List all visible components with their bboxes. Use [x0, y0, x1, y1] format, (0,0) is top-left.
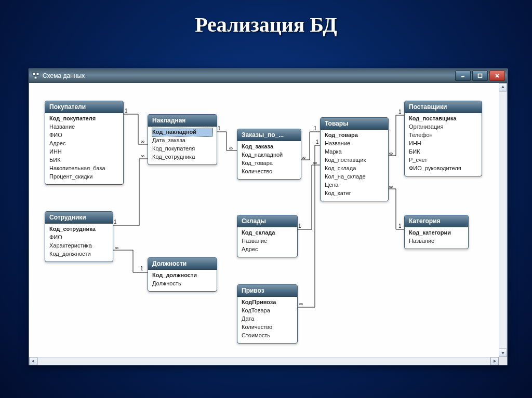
- field[interactable]: ФИО: [49, 131, 119, 140]
- table-privoz[interactable]: Привоз КодПривоза КодТовара Дата Количес…: [237, 284, 298, 344]
- field[interactable]: Код_катег: [325, 189, 384, 198]
- scroll-up-icon[interactable]: [499, 83, 507, 91]
- svg-line-8: [496, 74, 499, 77]
- table-zakazy[interactable]: Заказы_по_... Код_заказа Код_накладной К…: [237, 129, 301, 180]
- field[interactable]: Адрес: [49, 140, 119, 148]
- pk-field[interactable]: Код_покупателя: [49, 115, 119, 123]
- pk-field[interactable]: Код_склада: [242, 229, 293, 237]
- table-sotrudniki[interactable]: Сотрудники Код_сотрудника ФИО Характерис…: [45, 211, 113, 262]
- cardinality-one: 1: [398, 223, 402, 229]
- table-tovary[interactable]: Товары Код_товара Название Марка Код_пос…: [320, 117, 389, 201]
- field[interactable]: Должность: [152, 280, 212, 288]
- table-postavshiki[interactable]: Поставщики Код_поставщика Организация Те…: [404, 101, 482, 176]
- field[interactable]: БИК: [49, 156, 119, 164]
- scroll-track[interactable]: [37, 357, 490, 365]
- field[interactable]: Код_должности: [49, 250, 109, 258]
- field[interactable]: Название: [409, 237, 464, 245]
- pk-field[interactable]: Код_товара: [325, 131, 384, 140]
- cardinality-one: 1: [140, 266, 143, 271]
- field[interactable]: Телефон: [409, 131, 477, 140]
- field[interactable]: Код_склада: [325, 164, 384, 173]
- field[interactable]: ИНН: [49, 148, 119, 156]
- field[interactable]: Название: [49, 123, 119, 131]
- cardinality-one: 1: [314, 126, 317, 131]
- field[interactable]: Код_сотрудника: [152, 153, 212, 161]
- table-dolzhnosti[interactable]: Должности Код_должности Должность: [148, 257, 217, 292]
- pk-field[interactable]: Код_поставщика: [409, 115, 477, 123]
- horizontal-scrollbar[interactable]: [29, 357, 499, 365]
- table-pokupateli[interactable]: Покупатели Код_покупателя Название ФИО А…: [45, 101, 124, 185]
- field[interactable]: Дата_заказа: [152, 136, 212, 145]
- field[interactable]: Код_товара: [242, 159, 297, 168]
- cardinality-many: ∞: [389, 150, 393, 156]
- field[interactable]: Название: [325, 140, 384, 148]
- table-header[interactable]: Покупатели: [45, 101, 123, 113]
- db-diagram-window: Схема данных: [29, 68, 508, 365]
- app-icon: [32, 72, 39, 79]
- field[interactable]: Характеристика: [49, 242, 109, 250]
- pk-field[interactable]: Код_категории: [409, 229, 464, 237]
- table-header[interactable]: Должности: [148, 258, 217, 270]
- pk-field[interactable]: Код_накладной: [152, 128, 212, 136]
- close-button[interactable]: [489, 71, 505, 81]
- diagram-canvas[interactable]: 1 ∞ 1 ∞ 1 ∞ 1 ∞ 1 ∞ 1 ∞ 1 ∞ 1 ∞ 1 ∞: [29, 83, 499, 357]
- field[interactable]: БИК: [409, 148, 477, 156]
- field[interactable]: Количество: [242, 323, 293, 332]
- pk-field[interactable]: Код_заказа: [242, 143, 297, 151]
- field[interactable]: Количество: [242, 168, 297, 176]
- field[interactable]: Адрес: [242, 245, 293, 254]
- table-sklady[interactable]: Склады Код_склада Название Адрес: [237, 215, 298, 257]
- scroll-right-icon[interactable]: [490, 357, 499, 365]
- cardinality-many: ∞: [389, 184, 393, 189]
- cardinality-many: ∞: [115, 245, 118, 251]
- scrollbar-corner: [499, 357, 507, 365]
- field[interactable]: Р_счет: [409, 156, 477, 164]
- field-list: Код_покупателя Название ФИО Адрес ИНН БИ…: [45, 113, 123, 184]
- field-list: Код_сотрудника ФИО Характеристика Код_до…: [45, 224, 113, 262]
- field[interactable]: Дата: [242, 315, 293, 323]
- field[interactable]: Код_накладной: [242, 151, 297, 159]
- field[interactable]: ФИО_руководителя: [409, 164, 477, 173]
- maximize-button[interactable]: [472, 71, 488, 81]
- pk-field[interactable]: КодПривоза: [242, 298, 293, 307]
- table-header[interactable]: Поставщики: [405, 101, 482, 113]
- table-header[interactable]: Склады: [237, 215, 297, 227]
- scroll-down-icon[interactable]: [499, 349, 507, 357]
- field-list: КодПривоза КодТовара Дата Количество Сто…: [237, 297, 297, 343]
- scroll-left-icon[interactable]: [29, 357, 37, 365]
- field[interactable]: КодТовара: [242, 307, 293, 315]
- scroll-track[interactable]: [499, 91, 507, 349]
- table-header[interactable]: Заказы_по_...: [237, 129, 301, 141]
- field[interactable]: Код_покупателя: [152, 145, 212, 153]
- table-header[interactable]: Товары: [321, 118, 388, 130]
- cardinality-many: ∞: [141, 139, 144, 144]
- field[interactable]: ИНН: [409, 140, 477, 148]
- cardinality-many: ∞: [313, 160, 317, 166]
- slide-title: Реализация БД: [0, 12, 532, 37]
- field[interactable]: Накопительная_база: [49, 164, 119, 173]
- field[interactable]: Процент_скидки: [49, 173, 119, 181]
- minimize-button[interactable]: [455, 71, 471, 81]
- table-header[interactable]: Категория: [405, 215, 468, 227]
- pk-field[interactable]: Код_должности: [152, 271, 212, 280]
- table-kategoriya[interactable]: Категория Код_категории Название: [404, 215, 469, 249]
- cardinality-one: 1: [218, 126, 221, 131]
- field[interactable]: Код_поставщик: [325, 156, 384, 164]
- table-header[interactable]: Накладная: [148, 115, 217, 127]
- pk-field[interactable]: Код_сотрудника: [49, 225, 109, 234]
- window-titlebar[interactable]: Схема данных: [29, 69, 507, 83]
- field[interactable]: Кол_на_складе: [325, 173, 384, 181]
- table-nakladnaya[interactable]: Накладная Код_накладной Дата_заказа Код_…: [148, 114, 217, 165]
- field[interactable]: Название: [242, 237, 293, 245]
- field[interactable]: Стоимость: [242, 332, 293, 340]
- vertical-scrollbar[interactable]: [499, 83, 507, 357]
- cardinality-many: ∞: [229, 145, 233, 151]
- field[interactable]: Цена: [325, 181, 384, 189]
- table-header[interactable]: Привоз: [237, 285, 297, 297]
- svg-rect-6: [478, 74, 482, 78]
- table-header[interactable]: Сотрудники: [45, 212, 113, 224]
- field[interactable]: Марка: [325, 148, 384, 156]
- window-title: Схема данных: [43, 72, 85, 79]
- field[interactable]: ФИО: [49, 234, 109, 242]
- field[interactable]: Организация: [409, 123, 477, 131]
